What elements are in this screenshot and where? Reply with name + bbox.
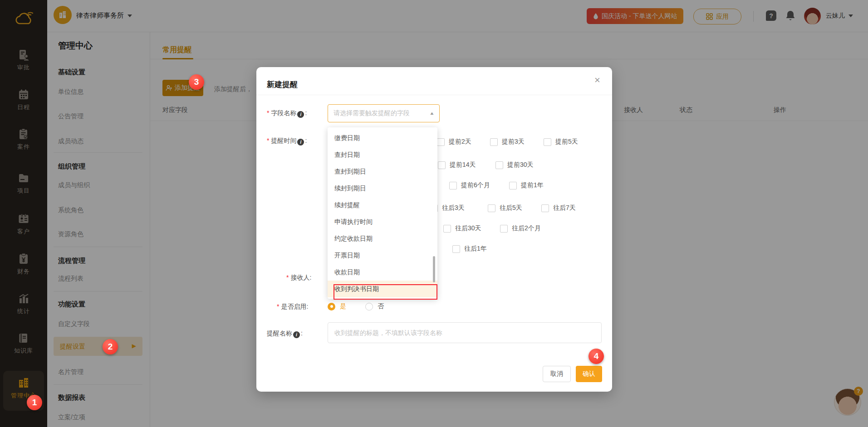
- checkbox-option[interactable]: 提前1年: [509, 181, 544, 189]
- checkbox-option[interactable]: 往后1年: [452, 245, 487, 253]
- dropdown-option[interactable]: 开票日期: [328, 247, 437, 264]
- dropdown-option[interactable]: 约定收款日期: [328, 230, 437, 247]
- radio-no[interactable]: [365, 303, 373, 311]
- checkbox[interactable]: [509, 182, 517, 189]
- dropdown-option[interactable]: 查封日期: [328, 146, 437, 163]
- label-text: 字段名称: [271, 109, 296, 116]
- receiver-label: *接收人:: [286, 274, 311, 282]
- chevron-up-icon: ▲: [429, 111, 435, 116]
- step-badge-4: 4: [588, 349, 604, 364]
- radio-yes-label: 是: [340, 302, 346, 311]
- label-text: 接收人: [290, 274, 309, 281]
- checkbox-label: 往后30天: [455, 224, 481, 233]
- dropdown-option[interactable]: 收款日期: [328, 264, 437, 281]
- checkbox[interactable]: [443, 225, 451, 233]
- checkbox[interactable]: [541, 204, 549, 212]
- checkbox[interactable]: [500, 225, 508, 233]
- checkbox-option[interactable]: 提前6个月: [449, 181, 490, 189]
- checkbox-label: 提前6个月: [461, 181, 490, 189]
- confirm-button[interactable]: 确认: [576, 366, 602, 382]
- checkbox-label: 提前2天: [449, 138, 471, 146]
- dropdown-scrollbar[interactable]: [433, 256, 435, 282]
- checkbox-label: 往后2个月: [512, 224, 541, 233]
- checkbox[interactable]: [488, 204, 495, 212]
- checkbox-label: 提前3天: [502, 138, 525, 146]
- checkbox-option[interactable]: 往后5天: [488, 204, 522, 212]
- checkbox-label: 提前5天: [555, 138, 578, 146]
- step-badge-1: 1: [27, 395, 42, 410]
- dropdown-option[interactable]: 缴费日期: [328, 130, 437, 146]
- label-text: 提醒时间: [271, 137, 296, 144]
- close-icon[interactable]: ×: [594, 75, 600, 85]
- radio-yes[interactable]: [328, 303, 335, 311]
- app-screen: 审批 日程 案件 项目 客户 财务 统计 知识库: [0, 0, 868, 427]
- tutorial-highlight-box: [333, 284, 437, 300]
- dropdown-option[interactable]: 查封到期日: [328, 163, 437, 180]
- checkbox-option[interactable]: 提前30天: [495, 161, 534, 169]
- divider: [256, 95, 612, 95]
- reminder-name-label: 提醒名称i:: [267, 330, 303, 338]
- reminder-name-input[interactable]: [328, 322, 602, 343]
- required-asterisk: *: [277, 303, 279, 310]
- select-placeholder: 请选择需要触发提醒的字段: [333, 109, 429, 117]
- checkbox-option[interactable]: 提前5天: [544, 138, 578, 146]
- checkbox[interactable]: [495, 161, 503, 169]
- checkbox-option[interactable]: 往后7天: [541, 204, 576, 212]
- checkbox-label: 提前14天: [450, 161, 476, 169]
- checkbox-label: 往后1年: [464, 245, 487, 253]
- checkbox-label: 提前30天: [507, 161, 534, 169]
- checkbox-label: 提前1年: [521, 181, 544, 189]
- label-text: 是否启用: [281, 303, 306, 310]
- remind-time-label: *提醒时间i:: [267, 137, 307, 146]
- enabled-radio-group: 是 否: [328, 302, 384, 311]
- required-asterisk: *: [286, 274, 289, 281]
- checkbox-label: 往后5天: [500, 204, 522, 212]
- checkbox[interactable]: [490, 138, 498, 146]
- checkbox-label: 往后7天: [553, 204, 576, 212]
- checkbox-option[interactable]: 提前2天: [437, 138, 471, 146]
- field-name-select[interactable]: 请选择需要触发提醒的字段 ▲: [328, 104, 440, 122]
- checkbox[interactable]: [544, 138, 551, 146]
- field-dropdown: 缴费日期 查封日期 查封到期日 续封到期日 续封提醒 申请执行时间 约定收款日期…: [328, 127, 437, 299]
- checkbox-option[interactable]: 往后30天: [443, 224, 481, 233]
- checkbox-option[interactable]: 往后2个月: [500, 224, 541, 233]
- checkbox-option[interactable]: 提前14天: [438, 161, 476, 169]
- required-asterisk: *: [267, 137, 269, 144]
- modal-title: 新建提醒: [267, 79, 298, 90]
- info-icon[interactable]: i: [297, 111, 304, 118]
- step-badge-3: 3: [189, 74, 204, 90]
- dropdown-option[interactable]: 续封提醒: [328, 197, 437, 214]
- step-badge-2: 2: [103, 339, 118, 354]
- dropdown-option[interactable]: 续封到期日: [328, 180, 437, 197]
- checkbox[interactable]: [452, 245, 460, 253]
- field-name-label: *字段名称i:: [267, 109, 307, 118]
- cancel-button[interactable]: 取消: [543, 366, 571, 382]
- info-icon[interactable]: i: [293, 331, 300, 338]
- checkbox-option[interactable]: 提前3天: [490, 138, 525, 146]
- required-asterisk: *: [267, 109, 269, 116]
- checkbox[interactable]: [437, 138, 445, 146]
- checkbox[interactable]: [438, 161, 446, 169]
- checkbox-label: 往后3天: [442, 204, 465, 212]
- info-icon[interactable]: i: [297, 139, 304, 146]
- radio-no-label: 否: [378, 302, 384, 311]
- label-text: 提醒名称: [267, 330, 292, 337]
- checkbox[interactable]: [449, 182, 457, 189]
- dropdown-option[interactable]: 申请执行时间: [328, 214, 437, 230]
- enabled-label: *是否启用:: [277, 303, 308, 311]
